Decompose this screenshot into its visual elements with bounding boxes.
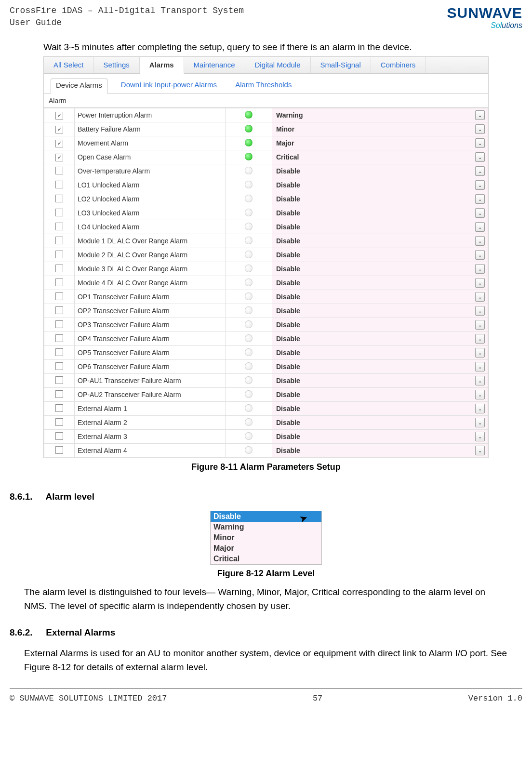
- dropdown-option-major[interactable]: Major: [211, 543, 321, 554]
- alarm-level-select[interactable]: Critical⌄: [272, 150, 488, 164]
- dropdown-option-disable[interactable]: Disable ➤: [211, 511, 321, 522]
- alarm-level-select[interactable]: Disable⌄: [272, 332, 488, 346]
- alarm-level-select[interactable]: Disable⌄: [272, 374, 488, 388]
- tab-digital-module[interactable]: Digital Module: [245, 57, 311, 73]
- alarm-enable-checkbox[interactable]: [55, 278, 63, 286]
- alarm-enable-checkbox[interactable]: [55, 112, 63, 119]
- alarm-level-select[interactable]: Disable⌄: [272, 290, 488, 304]
- subtab-downlink[interactable]: DownLink Input-power Alarms: [116, 79, 222, 91]
- alarm-level-select[interactable]: Disable⌄: [272, 304, 488, 318]
- alarm-enable-checkbox[interactable]: [55, 334, 63, 342]
- alarm-level-select[interactable]: Disable⌄: [272, 248, 488, 262]
- alarm-level-dropdown-figure: Disable ➤ Warning Minor Major Critical: [210, 511, 322, 565]
- table-row: OP-AU1 Transceiver Failure AlarmDisable⌄: [44, 374, 488, 388]
- alarm-level-select[interactable]: Warning⌄: [272, 108, 488, 122]
- status-led-icon: [245, 348, 253, 356]
- table-row: External Alarm 3Disable⌄: [44, 430, 488, 444]
- status-led-icon: [245, 251, 253, 258]
- alarm-enable-checkbox[interactable]: [55, 348, 63, 356]
- chevron-down-icon: ⌄: [475, 418, 485, 427]
- alarm-enable-checkbox[interactable]: [55, 362, 63, 370]
- alarm-led-cell: [226, 164, 272, 178]
- alarm-enable-checkbox[interactable]: [55, 223, 63, 230]
- alarm-enable-checkbox[interactable]: [55, 292, 63, 300]
- alarm-level-select[interactable]: Disable⌄: [272, 402, 488, 416]
- alarm-name: Module 2 DL ALC Over Range Alarm: [75, 248, 226, 262]
- alarm-enable-checkbox[interactable]: [55, 418, 63, 426]
- alarm-checkbox-cell: [44, 276, 75, 290]
- status-led-icon: [245, 362, 253, 370]
- alarm-enable-checkbox[interactable]: [55, 320, 63, 328]
- alarm-level-select[interactable]: Disable⌄: [272, 360, 488, 374]
- chevron-down-icon: ⌄: [475, 222, 485, 232]
- alarm-led-cell: [226, 290, 272, 304]
- tab-small-signal[interactable]: Small-Signal: [311, 57, 371, 73]
- alarm-level-select[interactable]: Disable⌄: [272, 388, 488, 402]
- status-led-icon: [245, 181, 253, 188]
- alarm-enable-checkbox[interactable]: [55, 195, 63, 202]
- alarm-led-cell: [226, 346, 272, 360]
- status-led-icon: [245, 209, 253, 216]
- alarm-level-select[interactable]: Disable⌄: [272, 276, 488, 290]
- alarm-section-label: Alarm: [44, 94, 488, 108]
- alarm-level-select[interactable]: Disable⌄: [272, 416, 488, 430]
- alarm-level-select[interactable]: Disable⌄: [272, 318, 488, 332]
- alarm-level-select[interactable]: Minor⌄: [272, 122, 488, 136]
- alarm-enable-checkbox[interactable]: [55, 306, 63, 314]
- subtab-device-alarms[interactable]: Device Alarms: [51, 79, 107, 94]
- alarm-level-select[interactable]: Disable⌄: [272, 262, 488, 276]
- alarm-level-value: Warning: [275, 111, 303, 119]
- alarm-level-select[interactable]: Disable⌄: [272, 234, 488, 248]
- dropdown-option-critical[interactable]: Critical: [211, 554, 321, 564]
- alarm-enable-checkbox[interactable]: [55, 237, 63, 244]
- alarm-enable-checkbox[interactable]: [55, 376, 63, 384]
- section-8-6-1-number: 8.6.1.: [10, 491, 43, 502]
- subtab-thresholds[interactable]: Alarm Thresholds: [230, 79, 296, 91]
- main-tab-bar: All Select Settings Alarms Maintenance D…: [44, 57, 488, 74]
- brand-logo-sub-a: Sol: [491, 21, 502, 29]
- alarm-level-select[interactable]: Disable⌄: [272, 178, 488, 192]
- tab-settings[interactable]: Settings: [94, 57, 140, 73]
- alarm-enable-checkbox[interactable]: [55, 181, 63, 188]
- alarm-enable-checkbox[interactable]: [55, 154, 63, 161]
- alarm-enable-checkbox[interactable]: [55, 390, 63, 398]
- alarm-enable-checkbox[interactable]: [55, 446, 63, 454]
- tab-all-select[interactable]: All Select: [44, 57, 94, 73]
- external-alarms-paragraph: External Alarms is used for an AU to mon…: [24, 647, 508, 674]
- alarm-name: Over-temperature Alarm: [75, 164, 226, 178]
- alarm-name: LO2 Unlocked Alarm: [75, 192, 226, 206]
- alarm-enable-checkbox[interactable]: [55, 251, 63, 258]
- alarm-led-cell: [226, 332, 272, 346]
- tab-alarms[interactable]: Alarms: [140, 57, 184, 74]
- alarm-level-select[interactable]: Disable⌄: [272, 164, 488, 178]
- alarm-level-select[interactable]: Major⌄: [272, 136, 488, 150]
- alarm-level-select[interactable]: Disable⌄: [272, 192, 488, 206]
- alarm-level-select[interactable]: Disable⌄: [272, 430, 488, 444]
- dropdown-option-warning[interactable]: Warning: [211, 522, 321, 532]
- alarm-level-select[interactable]: Disable⌄: [272, 346, 488, 360]
- alarm-enable-checkbox[interactable]: [55, 140, 63, 147]
- alarm-name: Open Case Alarm: [75, 150, 226, 164]
- alarm-enable-checkbox[interactable]: [55, 265, 63, 272]
- alarm-checkbox-cell: [44, 108, 75, 122]
- alarm-enable-checkbox[interactable]: [55, 167, 63, 174]
- chevron-down-icon: ⌄: [475, 320, 485, 330]
- alarm-level-select[interactable]: Disable⌄: [272, 220, 488, 234]
- alarm-level-value: Disable: [275, 335, 300, 343]
- alarm-level-select[interactable]: Disable⌄: [272, 206, 488, 220]
- alarm-led-cell: [226, 206, 272, 220]
- alarm-enable-checkbox[interactable]: [55, 432, 63, 440]
- status-led-icon: [245, 265, 253, 272]
- chevron-down-icon: ⌄: [475, 110, 485, 120]
- chevron-down-icon: ⌄: [475, 292, 485, 302]
- alarm-enable-checkbox[interactable]: [55, 209, 63, 216]
- section-8-6-1-title: Alarm level: [46, 491, 94, 502]
- alarm-enable-checkbox[interactable]: [55, 126, 63, 133]
- footer-copyright: © SUNWAVE SOLUTIONS LIMITED 2017: [10, 694, 167, 703]
- tab-maintenance[interactable]: Maintenance: [184, 57, 245, 73]
- alarm-level-select[interactable]: Disable⌄: [272, 444, 488, 458]
- tab-combiners[interactable]: Combiners: [371, 57, 426, 73]
- alarm-enable-checkbox[interactable]: [55, 404, 63, 412]
- alarm-checkbox-cell: [44, 402, 75, 416]
- dropdown-option-minor[interactable]: Minor: [211, 532, 321, 543]
